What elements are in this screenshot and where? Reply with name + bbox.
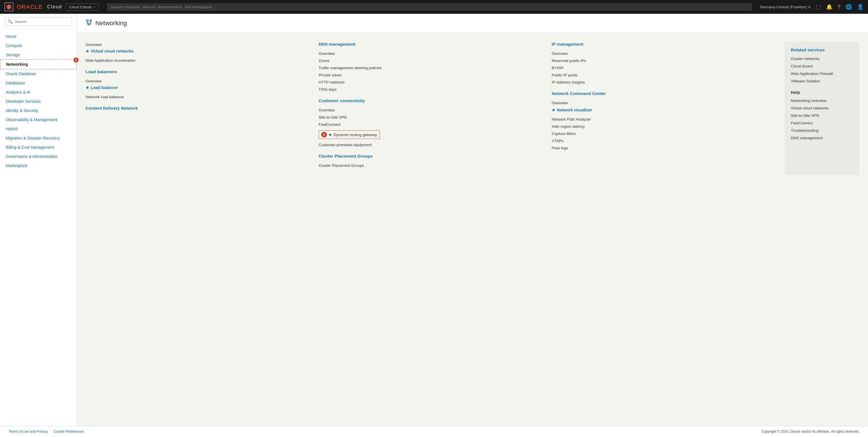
dynamic-routing-gateway-link[interactable]: 3 ★ Dynamic routing gateway xyxy=(319,130,380,139)
cluster-placement-groups-link[interactable]: Cluster Placement Groups xyxy=(319,162,546,168)
main-layout: 🔍 Home Compute Storage Networking 2 Orac… xyxy=(0,14,868,426)
ip-pools-link[interactable]: Public IP pools xyxy=(552,72,779,78)
ip-overview-link[interactable]: Overview xyxy=(552,51,779,57)
dns-traffic-link[interactable]: Traffic management steering policies xyxy=(319,65,546,71)
cpe-link[interactable]: Customer-premises equipment xyxy=(319,142,546,148)
col1: Overview ★ Virtual cloud networks Web Ap… xyxy=(86,42,319,176)
topnav-search xyxy=(107,3,752,11)
npa-link[interactable]: Network Path Analyzer xyxy=(552,116,779,122)
help-vcn-link[interactable]: Virtual cloud networks xyxy=(791,105,854,111)
topnav-search-input[interactable] xyxy=(107,3,752,11)
vcn-label: Virtual cloud networks xyxy=(91,49,134,54)
cluster-networks-link[interactable]: Cluster networks xyxy=(791,56,854,62)
irl-link[interactable]: Inter-region latency xyxy=(552,123,779,129)
help-dns-link[interactable]: DNS management xyxy=(791,135,854,141)
terminal-icon[interactable]: ⬚ xyxy=(816,4,821,10)
web-app-accel-link[interactable]: Web Application Acceleration xyxy=(86,57,313,63)
drg-label: Dynamic routing gateway xyxy=(334,133,377,137)
globe-icon[interactable]: 🌐 xyxy=(846,4,852,10)
cc-vpn-link[interactable]: Site-to-Site VPN xyxy=(319,114,546,120)
sidebar-item-observability[interactable]: Observability & Management xyxy=(0,115,76,124)
vcn-link[interactable]: ★ Virtual cloud networks xyxy=(86,49,313,54)
col3: IP management Overview Reserved public I… xyxy=(552,42,785,176)
network-visualizer-link[interactable]: ★ Network visualizer xyxy=(552,108,779,112)
pin-icon-nv: ★ xyxy=(552,108,555,112)
sidebar-item-marketplace[interactable]: Marketplace xyxy=(0,161,76,170)
cloud-classic-button[interactable]: Cloud Classic › xyxy=(65,3,99,11)
lb-link[interactable]: ★ Load balancer xyxy=(86,85,313,90)
overview-link-col1[interactable]: Overview xyxy=(86,42,313,48)
sidebar-item-developer-services[interactable]: Developer Services xyxy=(0,97,76,106)
region-selector[interactable]: Germany Central (Frankfurt) ∨ xyxy=(760,5,811,9)
close-button-wrap: ✕ 1 xyxy=(5,3,13,11)
help-fastconnect-link[interactable]: FastConnect xyxy=(791,120,854,126)
dns-header: DNS management xyxy=(319,42,546,46)
cluster-placement-header: Cluster Placement Groups xyxy=(319,154,546,158)
sidebar-search-box: 🔍 xyxy=(5,17,72,26)
help-networking-overview-link[interactable]: Networking overview xyxy=(791,98,854,104)
bell-icon[interactable]: 🔔 xyxy=(826,4,832,10)
sidebar-item-billing[interactable]: Billing & Cost Management xyxy=(0,143,76,152)
sidebar-item-compute[interactable]: Compute xyxy=(0,41,76,50)
dns-overview-link[interactable]: Overview xyxy=(319,51,546,57)
sidebar-item-oracle-database[interactable]: Oracle Database xyxy=(0,69,76,79)
help-vpn-link[interactable]: Site-to-Site VPN xyxy=(791,113,854,119)
pin-icon-vcn: ★ xyxy=(86,49,89,54)
capture-filters-link[interactable]: Capture filters xyxy=(552,131,779,137)
vtaps-link[interactable]: VTAPs xyxy=(552,138,779,144)
dns-http-link[interactable]: HTTP redirects xyxy=(319,79,546,85)
cookie-preferences-link[interactable]: Cookie Preferences xyxy=(54,430,84,434)
sidebar-item-analytics-ai[interactable]: Analytics & AI xyxy=(0,88,76,97)
sidebar-item-networking[interactable]: Networking 2 xyxy=(0,59,76,69)
web-app-firewall-link[interactable]: Web Application Firewall xyxy=(791,71,854,77)
user-icon[interactable]: 👤 xyxy=(857,4,863,10)
footer: Terms of Use and Privacy Cookie Preferen… xyxy=(0,426,868,437)
sidebar-item-databases[interactable]: Databases xyxy=(0,79,76,88)
cloud-classic-label: Cloud Classic xyxy=(69,5,92,9)
ncc-header: Network Command Center xyxy=(552,91,779,96)
sidebar-item-identity-security[interactable]: Identity & Security xyxy=(0,106,76,115)
cloud-guard-link[interactable]: Cloud Guard xyxy=(791,63,854,69)
ip-mgmt-header: IP management xyxy=(552,42,779,46)
cc-overview-link[interactable]: Overview xyxy=(319,107,546,113)
help-icon[interactable]: ? xyxy=(838,4,840,10)
sidebar-search-input[interactable] xyxy=(15,20,69,24)
pin-icon-drg: ★ xyxy=(329,132,332,137)
badge-3: 3 xyxy=(321,132,327,137)
search-icon: 🔍 xyxy=(8,19,12,24)
ip-address-insights-link[interactable]: IP Address Insights xyxy=(552,79,779,85)
sidebar-item-hybrid[interactable]: Hybrid xyxy=(0,124,76,133)
dns-zones-link[interactable]: Zones xyxy=(319,58,546,64)
sidebar-item-migration[interactable]: Migration & Disaster Recovery xyxy=(0,133,76,143)
cloud-text: Cloud xyxy=(47,4,62,9)
ip-byoip-link[interactable]: BYOIP xyxy=(552,65,779,71)
col2: DNS management Overview Zones Traffic ma… xyxy=(319,42,552,176)
ip-reserved-link[interactable]: Reserved public IPs xyxy=(552,58,779,64)
nlb-link[interactable]: Network load balancer xyxy=(86,94,313,100)
help-troubleshooting-link[interactable]: Troubleshooting xyxy=(791,127,854,133)
cdn-header: Content Delivery Network xyxy=(86,106,313,111)
load-balancers-section: Load balancers Overview ★ Load balancer … xyxy=(86,69,313,100)
content-header: Networking xyxy=(77,14,868,33)
sidebar-badge-2: 2 xyxy=(73,57,79,63)
terms-link[interactable]: Terms of Use and Privacy xyxy=(9,430,48,434)
lb-label: Load balancer xyxy=(91,85,118,90)
cdn-section: Content Delivery Network xyxy=(86,106,313,111)
svg-rect-0 xyxy=(86,20,88,22)
sidebar-item-home[interactable]: Home xyxy=(0,32,76,41)
related-services-col: Related services Cluster networks Cloud … xyxy=(785,42,859,176)
sidebar: 🔍 Home Compute Storage Networking 2 Orac… xyxy=(0,14,77,426)
ncc-overview-link[interactable]: Overview xyxy=(552,100,779,106)
sidebar-item-storage[interactable]: Storage xyxy=(0,50,76,59)
load-balancers-header: Load balancers xyxy=(86,69,313,74)
vmware-solution-link[interactable]: VMware Solution xyxy=(791,78,854,84)
svg-rect-1 xyxy=(90,20,92,22)
oracle-logo: ORACLE xyxy=(17,4,42,10)
dns-private-views-link[interactable]: Private views xyxy=(319,72,546,78)
sidebar-item-governance[interactable]: Governance & Administration xyxy=(0,152,76,161)
page-title: Networking xyxy=(95,20,127,27)
flow-logs-link[interactable]: Flow logs xyxy=(552,145,779,151)
dns-tsig-link[interactable]: TSIG keys xyxy=(319,87,546,92)
lb-overview-link[interactable]: Overview xyxy=(86,78,313,84)
cc-fastconnect-link[interactable]: FastConnect xyxy=(319,121,546,127)
